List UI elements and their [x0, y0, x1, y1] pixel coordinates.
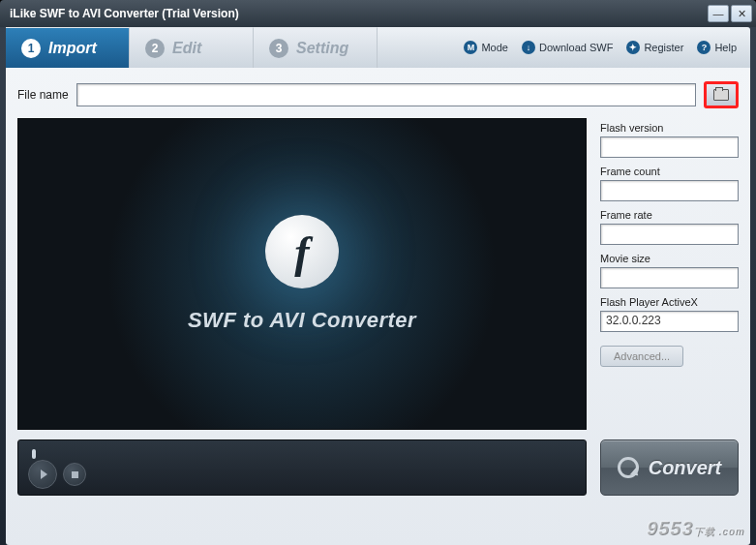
- top-links: M Mode ↓ Download SWF ✦ Register ? Help: [464, 41, 750, 54]
- tab-edit[interactable]: 2 Edit: [130, 27, 254, 68]
- file-row: File name: [17, 81, 739, 108]
- movie-size-field: Movie size: [600, 253, 739, 288]
- flash-version-field: Flash version: [600, 122, 739, 158]
- titlebar: iLike SWF to AVI Converter (Trial Versio…: [0, 0, 756, 27]
- tab-import[interactable]: 1 Import: [6, 27, 130, 68]
- controls-row: Convert: [17, 439, 739, 496]
- flash-version-value: [600, 136, 739, 158]
- convert-button[interactable]: Convert: [600, 439, 739, 496]
- advanced-button[interactable]: Advanced...: [600, 346, 683, 367]
- window-title: iLike SWF to AVI Converter (Trial Versio…: [10, 7, 239, 20]
- tabs: 1 Import 2 Edit 3 Setting: [6, 27, 378, 68]
- field-label: Flash Player ActiveX: [600, 296, 739, 308]
- preview-panel: f SWF to AVI Converter: [17, 118, 587, 430]
- button-label: Advanced...: [614, 350, 670, 362]
- main-row: f SWF to AVI Converter Flash version Fra…: [17, 118, 739, 430]
- tab-label: Setting: [296, 40, 348, 57]
- browse-button[interactable]: [704, 81, 739, 108]
- frame-count-value: [600, 180, 739, 201]
- play-icon: [41, 469, 47, 479]
- frame-count-field: Frame count: [600, 166, 739, 201]
- tab-number: 3: [269, 39, 288, 58]
- frame-rate-value: [600, 224, 739, 245]
- field-label: Frame count: [600, 166, 739, 177]
- tab-number: 2: [145, 39, 165, 58]
- folder-icon: [713, 89, 729, 101]
- minimize-button[interactable]: —: [708, 5, 729, 22]
- convert-label: Convert: [649, 457, 722, 479]
- field-label: Flash version: [600, 122, 739, 134]
- flash-f-glyph: f: [294, 227, 309, 278]
- field-label: Movie size: [600, 253, 739, 264]
- help-icon: ?: [697, 41, 711, 54]
- tab-label: Import: [48, 40, 97, 57]
- tab-number: 1: [21, 39, 41, 58]
- help-link[interactable]: ? Help: [697, 41, 737, 54]
- register-link[interactable]: ✦ Register: [626, 41, 683, 54]
- key-icon: ✦: [626, 41, 640, 54]
- progress-thumb[interactable]: [32, 449, 36, 459]
- file-name-label: File name: [17, 88, 69, 102]
- flash-player-activex-value: 32.0.0.223: [600, 311, 739, 332]
- link-text: Mode: [481, 42, 508, 53]
- nav-row: 1 Import 2 Edit 3 Setting M Mode ↓: [6, 27, 750, 68]
- link-text: Register: [644, 42, 683, 53]
- stop-icon: [72, 471, 78, 478]
- convert-icon: [618, 457, 639, 478]
- mode-link[interactable]: M Mode: [464, 41, 508, 54]
- play-button[interactable]: [28, 460, 57, 489]
- content-area: File name f SWF to AVI Converter Flash v…: [6, 68, 750, 545]
- field-label: Frame rate: [600, 209, 739, 221]
- stop-button[interactable]: [63, 463, 86, 486]
- info-column: Flash version Frame count Frame rate Mov…: [600, 118, 739, 430]
- download-swf-link[interactable]: ↓ Download SWF: [522, 41, 613, 54]
- player-panel: [17, 439, 587, 496]
- preview-title: SWF to AVI Converter: [188, 308, 416, 333]
- tab-setting[interactable]: 3 Setting: [254, 27, 378, 68]
- flash-player-activex-field: Flash Player ActiveX 32.0.0.223: [600, 296, 739, 332]
- player-buttons: [28, 460, 576, 489]
- flash-logo-icon: f: [265, 215, 339, 288]
- file-name-input[interactable]: [76, 83, 696, 106]
- mode-icon: M: [464, 41, 477, 54]
- window-body: 1 Import 2 Edit 3 Setting M Mode ↓: [0, 27, 756, 545]
- tab-label: Edit: [172, 40, 201, 57]
- movie-size-value: [600, 267, 739, 288]
- link-text: Download SWF: [539, 42, 613, 53]
- app-window: iLike SWF to AVI Converter (Trial Versio…: [0, 0, 756, 545]
- window-controls: — ✕: [708, 5, 752, 22]
- frame-rate-field: Frame rate: [600, 209, 739, 245]
- download-icon: ↓: [522, 41, 535, 54]
- close-button[interactable]: ✕: [731, 5, 752, 22]
- link-text: Help: [714, 42, 737, 53]
